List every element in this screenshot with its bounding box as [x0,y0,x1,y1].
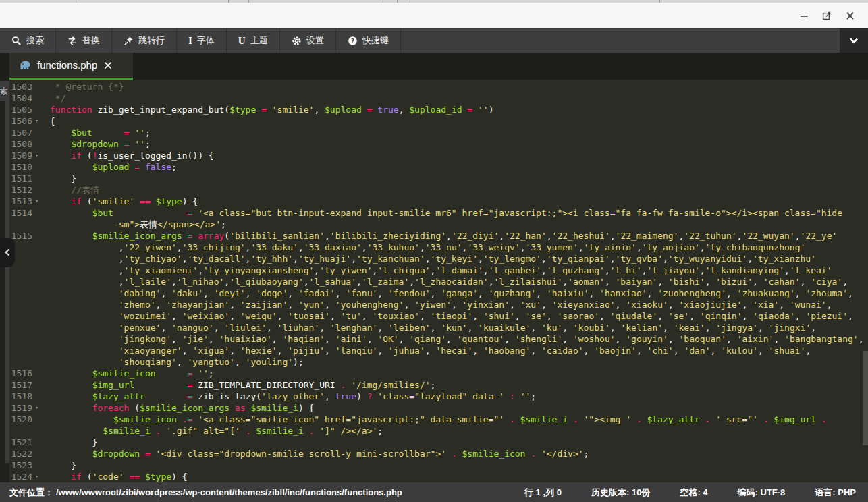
line-number: 1522 [9,448,32,459]
line-number: 1507 [9,127,32,138]
toolbar-button-theme[interactable]: U 主题 [227,28,280,53]
code-text: } [41,459,76,471]
fold-gutter [32,242,41,253]
code-line: 1522 $dropdown = '<div class="dropdown-s… [9,448,868,459]
code-text: if (!is_user_logged_in()) { [41,150,214,161]
toolbar-button-shortcuts[interactable]: ? 快捷键 [336,28,401,53]
encoding-setting[interactable]: 编码: UTF-8 [738,486,786,499]
file-location-label: 文件位置： [9,486,53,499]
code-line: 'xiaoyanger', 'xigua', 'hexie', 'pijiu',… [9,345,868,356]
code-text: $img_url = ZIB_TEMPLATE_DIRECTORY_URI . … [41,379,435,391]
fold-arrow-icon[interactable]: ▾ [32,471,41,482]
toolbar-label-search: 搜索 [26,34,44,47]
panel-collapse-handle[interactable] [0,238,15,267]
code-line: 1508 $dropdown = ''; [9,138,868,150]
code-text: $but = '<a class="but btn-input-expand i… [41,207,842,219]
line-number: 1506 [9,115,32,127]
fold-gutter [32,219,41,230]
tab-functions-php[interactable]: functions.php [9,53,133,80]
search-icon [11,36,22,46]
toolbar-button-goto-line[interactable]: 跳转行 [112,28,177,53]
code-line: 'wozuimei', 'weixiao', 'weiqu', 'tuosai'… [9,310,868,322]
fold-arrow-icon[interactable]: ▾ [32,402,41,414]
line-number: 1510 [9,161,32,173]
close-button[interactable] [838,5,861,26]
toolbar-button-font[interactable]: I 字体 [177,28,227,53]
editor-toolbar: 搜索 替换 跳转行 I 字体 U 主题 设置 ? 快捷键 [0,28,868,53]
line-number: 1513 [9,196,32,207]
minimize-icon [799,11,809,21]
code-text: if ('smilie' == $type) { [41,196,198,207]
fold-gutter [32,356,41,368]
code-line: 1523 } [9,459,868,471]
close-icon [845,11,855,21]
fold-arrow-icon[interactable]: ▾ [32,115,41,127]
code-text: } [41,173,76,184]
code-text: } [41,437,97,448]
spaces-setting[interactable]: 空格: 4 [680,486,707,499]
fold-gutter [32,138,41,150]
code-text: $smilie_icon .= '<a class="smilie-icon" … [41,414,827,425]
toolbar-label-theme: 主题 [250,34,268,47]
toolbar-button-replace[interactable]: 替换 [56,28,112,53]
toolbar-button-search[interactable]: 搜索 [0,28,56,53]
tab-close-icon[interactable] [104,61,112,69]
window-titlebar [0,3,868,28]
code-line: 'shouqiang', 'yangtuo', 'youling'); [9,356,868,368]
fold-gutter [32,287,41,299]
code-line: ,'ty_chiyao','ty_dacall','ty_hhh','ty_hu… [9,253,868,264]
code-editor[interactable]: 索 1503 * @return {*}1504 */1505function … [0,80,868,482]
code-line: 'jingkong', 'jie', 'huaixiao', 'haqian',… [9,333,868,345]
line-number [9,264,32,276]
code-line: -sm">表情</span></a>'; [9,219,868,230]
line-number: 1512 [9,184,32,196]
fold-arrow-icon[interactable]: ▾ [32,196,41,207]
code-line: 1506▾{ [9,115,868,127]
file-path: /www/wwwroot/zibi/wordpress/wp-content/t… [56,487,402,497]
minimize-button[interactable] [792,5,815,26]
code-line: ,'l_laile','l_nihao','l_qiubaoyang','l_s… [9,276,868,287]
search-panel-collapsed-tab[interactable]: 索 [0,81,9,101]
code-text: { [41,115,55,127]
window-controls [792,3,861,28]
maximize-button[interactable] [815,5,838,26]
code-line: 1507 $but = ''; [9,127,868,138]
code-text: //表情 [41,184,99,196]
code-line: 1524▾ if ('code' == $type) { [9,471,868,482]
line-number: 1524 [9,471,32,482]
code-line: 1517 $img_url = ZIB_TEMPLATE_DIRECTORY_U… [9,379,868,391]
code-text: $dropdown = '<div class="dropdown-smilie… [41,448,589,459]
toolbar-label-settings: 设置 [306,34,324,47]
code-line: 1510 $upload = false; [9,161,868,173]
fold-gutter [32,425,41,437]
fold-gutter [32,414,41,425]
line-number [9,345,32,356]
fold-gutter [32,207,41,219]
language-setting[interactable]: 语言: PHP [815,486,856,499]
line-number: 1523 [9,459,32,471]
line-number [9,219,32,230]
theme-icon: U [238,36,246,46]
cursor-position: 行 1 ,列 0 [524,486,562,499]
toolbar-button-settings[interactable]: 设置 [280,28,336,53]
fold-gutter [32,368,41,379]
code-editor-app: 搜索 替换 跳转行 I 字体 U 主题 设置 ? 快捷键 [0,0,868,502]
right-scrollbar-thumb[interactable] [863,351,868,445]
font-icon: I [188,36,192,46]
line-number [9,356,32,368]
code-line: 1514 $but = '<a class="but btn-input-exp… [9,207,868,219]
line-number: 1517 [9,379,32,391]
fold-arrow-icon[interactable]: ▾ [32,150,41,161]
history-versions[interactable]: 历史版本: 10份 [591,486,650,499]
code-text: */ [41,92,65,104]
code-line: 1518 $lazy_attr = zib_is_lazy('lazy_othe… [9,391,868,402]
code-text: 'shouqiang', 'yangtuo', 'youling'); [41,356,304,368]
php-elephant-icon [19,60,32,70]
toolbar-overflow-button[interactable] [840,28,868,53]
fold-gutter [32,161,41,173]
tab-bar: functions.php [0,53,868,80]
fold-gutter [32,104,41,115]
line-number: 1511 [9,173,32,184]
code-line: 1511 } [9,173,868,184]
code-line: ,'22_yiwen','33_chijing','33_daku','33_d… [9,242,868,253]
